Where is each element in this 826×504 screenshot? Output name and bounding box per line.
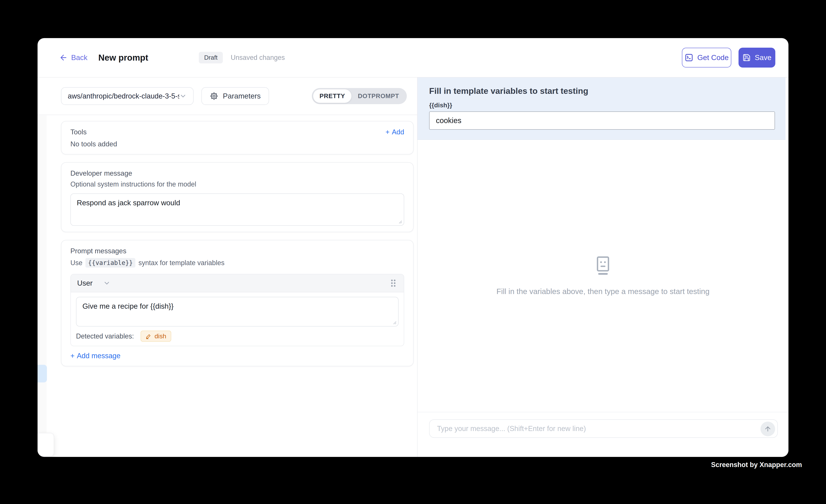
parameters-button[interactable]: Parameters <box>201 87 269 105</box>
page-title: New prompt <box>98 53 148 63</box>
plus-icon: + <box>70 352 74 360</box>
back-label: Back <box>71 54 87 62</box>
chat-input-container <box>429 419 778 438</box>
terminal-icon <box>685 53 693 62</box>
detected-variables-label: Detected variables: <box>76 332 134 340</box>
robot-face-icon <box>593 256 613 275</box>
tools-empty-text: No tools added <box>70 140 404 148</box>
tools-title: Tools <box>70 128 86 136</box>
hint-suffix: syntax for template variables <box>138 259 224 267</box>
variable-dish-label: {{dish}} <box>429 102 775 109</box>
pencil-icon <box>145 333 152 339</box>
save-label: Save <box>755 54 772 62</box>
gear-icon <box>210 92 218 101</box>
resize-handle-icon[interactable] <box>392 320 397 325</box>
back-button[interactable]: Back <box>59 53 87 62</box>
chevron-down-icon <box>179 92 187 100</box>
role-select-value: User <box>77 279 93 287</box>
status-badge: Draft <box>199 52 223 63</box>
hint-prefix: Use <box>70 259 82 267</box>
message-header: User <box>71 274 404 292</box>
main-split: aws/anthropic/bedrock-claude-3-5-s... Pa… <box>38 77 788 457</box>
message-block: User Give me a <box>70 274 404 346</box>
editor-pane: aws/anthropic/bedrock-claude-3-5-s... Pa… <box>38 77 417 457</box>
variable-chip-dish[interactable]: dish <box>140 331 171 342</box>
prompt-messages-card: Prompt messages Use {{variable}} syntax … <box>61 240 414 366</box>
variable-dish-input[interactable] <box>429 112 775 130</box>
get-code-button[interactable]: Get Code <box>682 48 731 68</box>
model-select-value: aws/anthropic/bedrock-claude-3-5-s... <box>68 92 179 100</box>
drag-handle-icon[interactable] <box>389 278 398 288</box>
prompt-messages-title: Prompt messages <box>70 247 404 255</box>
variable-syntax-hint: Use {{variable}} syntax for template var… <box>70 258 404 267</box>
add-message-button[interactable]: + Add message <box>70 352 404 360</box>
header: Back New prompt Draft Unsaved changes Ge… <box>38 38 788 77</box>
chat-empty-state: Fill in the variables above, then type a… <box>417 140 788 412</box>
chat-input-row <box>417 412 788 457</box>
test-panel: Fill in template variables to start test… <box>417 77 788 457</box>
model-bar: aws/anthropic/bedrock-claude-3-5-s... Pa… <box>38 77 417 115</box>
send-button[interactable] <box>761 422 775 436</box>
variable-code-chip: {{variable}} <box>85 258 135 267</box>
tools-card: Tools + Add No tools added <box>61 121 414 154</box>
clipped-sidebar-strip <box>38 115 47 433</box>
role-select[interactable]: User <box>77 279 111 287</box>
app-window: Back New prompt Draft Unsaved changes Ge… <box>38 38 788 457</box>
toggle-pretty[interactable]: PRETTY <box>313 89 351 103</box>
message-content-input[interactable]: Give me a recipe for {{dish}} <box>76 297 398 326</box>
arrow-left-icon <box>59 53 68 62</box>
arrow-up-icon <box>764 425 772 433</box>
message-body: Give me a recipe for {{dish}} Detected v… <box>71 292 404 346</box>
template-variables-section: Fill in template variables to start test… <box>417 77 785 140</box>
variables-heading: Fill in template variables to start test… <box>429 86 775 96</box>
model-select[interactable]: aws/anthropic/bedrock-claude-3-5-s... <box>61 87 193 105</box>
editor-cards: Tools + Add No tools added Developer mes… <box>38 115 414 366</box>
save-button[interactable]: Save <box>739 48 775 68</box>
variable-chip-label: dish <box>155 332 166 340</box>
parameters-label: Parameters <box>223 92 261 100</box>
clipped-floating-card <box>38 433 54 456</box>
add-tool-label: Add <box>392 128 404 136</box>
detected-variables-row: Detected variables: dish <box>76 331 399 342</box>
view-mode-toggle: PRETTY DOTPROMPT <box>312 88 407 104</box>
chat-message-input[interactable] <box>429 425 777 433</box>
developer-message-input[interactable]: Respond as jack sparrow would <box>71 194 404 225</box>
toggle-dotprompt[interactable]: DOTPROMPT <box>351 89 406 103</box>
add-tool-button[interactable]: + Add <box>386 128 404 136</box>
chevron-down-icon <box>103 279 111 287</box>
watermark: Screenshot by Xnapper.com <box>711 461 802 469</box>
plus-icon: + <box>386 128 390 136</box>
developer-message-subtitle: Optional system instructions for the mod… <box>70 180 404 188</box>
unsaved-changes-label: Unsaved changes <box>231 54 285 62</box>
clipped-nav-highlight <box>38 365 47 382</box>
developer-message-title: Developer message <box>70 170 404 177</box>
get-code-label: Get Code <box>697 54 729 62</box>
developer-message-card: Developer message Optional system instru… <box>61 162 414 232</box>
add-message-label: Add message <box>77 352 120 360</box>
resize-handle-icon[interactable] <box>398 219 402 224</box>
save-icon <box>743 54 751 62</box>
chat-empty-text: Fill in the variables above, then type a… <box>496 287 710 296</box>
